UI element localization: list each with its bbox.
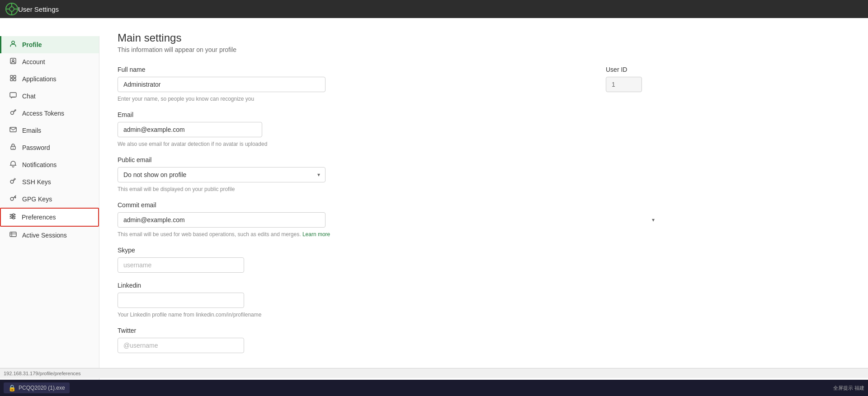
svg-rect-26 — [10, 232, 16, 237]
sidebar-item-applications[interactable]: Applications — [0, 70, 99, 88]
svg-point-25 — [13, 217, 14, 219]
skype-label: Skype — [118, 247, 660, 254]
access-tokens-icon — [9, 109, 18, 118]
taskbar: 🔒 PCQQ2020 (1).exe 全屏提示 福建 — [0, 380, 868, 396]
twitter-group: Twitter — [118, 327, 660, 353]
sidebar-item-emails[interactable]: Emails — [0, 122, 99, 139]
commit-email-label: Commit email — [118, 201, 660, 209]
full-name-input[interactable] — [118, 77, 326, 92]
sidebar-item-access-tokens[interactable]: Access Tokens — [0, 105, 99, 122]
chat-icon — [9, 92, 18, 101]
public-email-group: Public email Do not show on profile This… — [118, 156, 660, 192]
topbar: User Settings — [0, 0, 868, 18]
taskbar-right: 全屏提示 福建 — [833, 385, 864, 391]
email-helper: We also use email for avatar detection i… — [118, 141, 660, 147]
svg-rect-10 — [14, 75, 16, 78]
user-id-label: User ID — [606, 66, 660, 73]
skype-input[interactable] — [118, 257, 244, 273]
email-input[interactable] — [118, 122, 262, 137]
svg-point-6 — [12, 41, 14, 44]
account-icon — [9, 57, 18, 66]
svg-rect-12 — [14, 79, 16, 81]
commit-email-select-wrapper: admin@example.com — [118, 212, 660, 228]
commit-email-group: Commit email admin@example.com This emai… — [118, 201, 660, 238]
full-name-group: Full name Enter your name, so people you… — [118, 66, 588, 102]
sidebar-item-active-sessions-label: Active Sessions — [22, 232, 67, 239]
user-id-group: User ID — [606, 66, 660, 92]
svg-point-17 — [13, 148, 14, 149]
applications-icon — [9, 75, 18, 84]
linkedin-label: Linkedin — [118, 282, 660, 289]
gpg-keys-icon — [9, 195, 18, 204]
taskbar-item-label: PCQQ2020 (1).exe — [19, 385, 65, 391]
sidebar-item-ssh-keys-label: SSH Keys — [22, 178, 51, 186]
page-subtitle: This information will appear on your pro… — [118, 46, 660, 53]
svg-rect-9 — [10, 75, 13, 78]
svg-point-19 — [10, 197, 14, 200]
public-email-select[interactable]: Do not show on profile — [118, 167, 326, 182]
sidebar-item-profile[interactable]: Profile — [0, 36, 99, 53]
twitter-input[interactable] — [118, 338, 244, 353]
full-name-helper: Enter your name, so people you know can … — [118, 96, 588, 102]
sidebar-item-password-label: Password — [22, 144, 50, 151]
svg-point-24 — [11, 215, 13, 217]
full-name-label: Full name — [118, 66, 588, 73]
settings-form: Main settings This information will appe… — [118, 32, 660, 353]
main-content: Main settings This information will appe… — [99, 18, 868, 396]
email-label: Email — [118, 111, 660, 118]
sidebar-item-password[interactable]: Password — [0, 139, 99, 156]
sidebar-item-account-label: Account — [22, 58, 45, 65]
topbar-title: User Settings — [18, 5, 59, 13]
svg-point-1 — [9, 7, 14, 11]
taskbar-notification: 全屏提示 福建 — [833, 385, 864, 391]
ssh-keys-icon — [9, 177, 18, 186]
twitter-label: Twitter — [118, 327, 660, 334]
sidebar-item-emails-label: Emails — [22, 127, 41, 134]
public-email-select-wrapper: Do not show on profile — [118, 167, 326, 182]
svg-rect-13 — [10, 93, 16, 97]
svg-point-23 — [13, 214, 14, 215]
statusbar: 192.168.31.179/profile/preferences — [0, 368, 868, 378]
public-email-helper: This email will be displayed on your pub… — [118, 186, 660, 192]
sidebar-item-profile-label: Profile — [22, 41, 42, 48]
email-group: Email We also use email for avatar detec… — [118, 111, 660, 147]
notifications-icon — [9, 160, 18, 169]
preferences-icon — [8, 213, 17, 222]
profile-icon — [9, 40, 18, 49]
sidebar-item-notifications[interactable]: Notifications — [0, 156, 99, 173]
linkedin-group: Linkedin Your LinkedIn profile name from… — [118, 282, 660, 318]
svg-point-14 — [11, 112, 14, 115]
taskbar-item-pcqq[interactable]: 🔒 PCQQ2020 (1).exe — [4, 382, 70, 393]
status-url: 192.168.31.179/profile/preferences — [4, 371, 81, 376]
commit-email-select[interactable]: admin@example.com — [118, 212, 326, 228]
sidebar-item-chat[interactable]: Chat — [0, 88, 99, 105]
sidebar-item-access-tokens-label: Access Tokens — [22, 110, 64, 117]
sidebar-item-account[interactable]: Account — [0, 53, 99, 70]
name-userid-row: Full name Enter your name, so people you… — [118, 66, 660, 102]
sidebar-item-active-sessions[interactable]: Active Sessions — [0, 227, 99, 244]
linkedin-helper: Your LinkedIn profile name from linkedin… — [118, 312, 660, 318]
sidebar-item-applications-label: Applications — [22, 75, 57, 83]
public-email-label: Public email — [118, 156, 660, 163]
active-sessions-icon — [9, 231, 18, 240]
svg-rect-11 — [10, 79, 13, 81]
page-title: Main settings — [118, 32, 660, 44]
svg-point-8 — [12, 60, 14, 61]
svg-rect-15 — [10, 127, 16, 132]
emails-icon — [9, 126, 18, 135]
svg-point-18 — [10, 180, 14, 183]
sidebar-item-preferences[interactable]: Preferences — [0, 208, 99, 227]
linkedin-input[interactable] — [118, 293, 244, 308]
app-logo — [5, 3, 18, 15]
sidebar-item-gpg-keys[interactable]: GPG Keys — [0, 191, 99, 208]
sidebar-item-ssh-keys[interactable]: SSH Keys — [0, 173, 99, 191]
password-icon — [9, 143, 18, 152]
sidebar-item-chat-label: Chat — [22, 93, 36, 100]
sidebar-item-gpg-keys-label: GPG Keys — [22, 196, 52, 203]
user-id-input[interactable] — [606, 77, 642, 92]
skype-group: Skype — [118, 247, 660, 273]
commit-email-helper: This email will be used for web based op… — [118, 231, 660, 238]
sidebar: Profile Account Applications — [0, 36, 99, 396]
learn-more-link[interactable]: Learn more — [302, 231, 330, 238]
sidebar-item-notifications-label: Notifications — [22, 161, 57, 168]
